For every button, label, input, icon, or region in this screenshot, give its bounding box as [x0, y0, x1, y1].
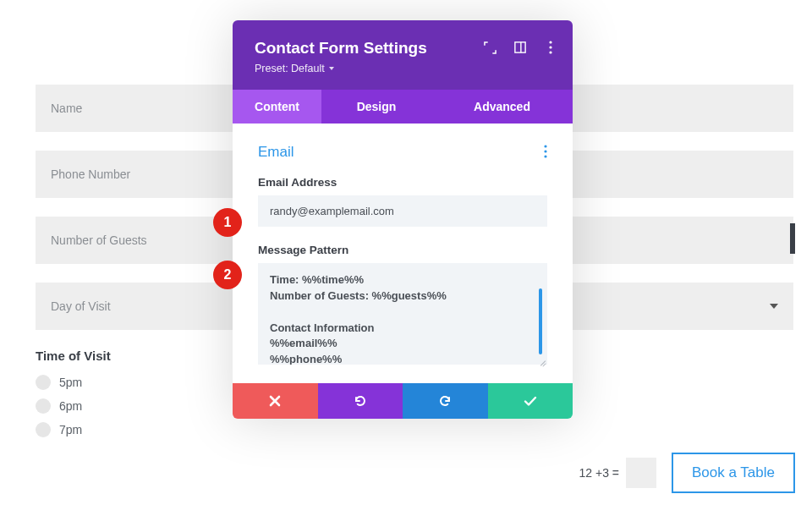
book-button[interactable]: Book a Table — [672, 453, 795, 493]
resize-handle-icon[interactable] — [539, 360, 546, 366]
tab-content[interactable]: Content — [233, 90, 321, 124]
field-label: Phone Number — [51, 167, 130, 181]
section-title[interactable]: Email — [258, 144, 294, 161]
cancel-button[interactable] — [233, 383, 318, 419]
radio-label: 6pm — [59, 399, 82, 413]
svg-point-2 — [549, 41, 551, 43]
header-icons — [483, 41, 557, 54]
radio-label: 7pm — [59, 423, 82, 436]
chevron-down-icon — [329, 67, 334, 70]
annotation-badge-2: 2 — [213, 261, 242, 289]
edge-handle — [790, 223, 795, 254]
expand-icon[interactable] — [483, 41, 497, 54]
more-icon[interactable] — [544, 41, 557, 54]
undo-icon — [353, 393, 368, 409]
radio-icon — [36, 422, 51, 437]
captcha-text: 12 +3 = — [579, 466, 620, 480]
modal-tabs: Content Design Advanced — [233, 90, 573, 124]
layout-icon[interactable] — [513, 41, 527, 54]
svg-point-4 — [549, 51, 551, 53]
svg-rect-0 — [515, 42, 525, 52]
message-wrap — [258, 263, 547, 368]
redo-icon — [437, 393, 453, 409]
radio-icon — [36, 375, 51, 390]
svg-point-6 — [544, 150, 546, 152]
message-label: Message Pattern — [258, 244, 547, 256]
message-textarea[interactable] — [258, 263, 547, 365]
scrollbar[interactable] — [539, 288, 542, 354]
svg-point-7 — [544, 155, 546, 157]
email-label: Email Address — [258, 176, 547, 189]
captcha: 12 +3 = — [579, 458, 657, 488]
captcha-input[interactable] — [626, 458, 656, 488]
redo-button[interactable] — [403, 383, 488, 419]
chevron-down-icon — [770, 304, 778, 309]
radio-icon — [36, 398, 51, 414]
tab-advanced[interactable]: Advanced — [431, 90, 573, 124]
radio-label: 5pm — [59, 376, 82, 389]
section-header: Email — [258, 144, 547, 161]
field-label: Name — [51, 102, 82, 115]
annotation-badge-1: 1 — [213, 208, 242, 237]
check-icon — [524, 394, 537, 408]
modal-footer — [233, 383, 573, 419]
svg-point-3 — [549, 46, 551, 48]
save-button[interactable] — [488, 383, 573, 419]
undo-button[interactable] — [318, 383, 403, 419]
field-label: Number of Guests — [51, 233, 147, 247]
bottom-bar: 12 +3 = Book a Table — [579, 453, 795, 493]
modal-body: Email Email Address Message Pattern — [233, 124, 573, 383]
radio-option[interactable]: 7pm — [36, 422, 793, 437]
modal-header: Contact Form Settings Preset: Default — [233, 20, 573, 90]
close-icon — [269, 395, 281, 407]
preset-label: Preset: Default — [255, 63, 325, 74]
tab-design[interactable]: Design — [321, 90, 431, 124]
email-input[interactable] — [258, 195, 547, 227]
section-more-icon[interactable] — [544, 145, 547, 161]
modal-preset[interactable]: Preset: Default — [255, 63, 551, 74]
field-label: Day of Visit — [51, 299, 111, 313]
svg-point-5 — [544, 145, 546, 147]
settings-modal: Contact Form Settings Preset: Default Co… — [233, 20, 573, 419]
